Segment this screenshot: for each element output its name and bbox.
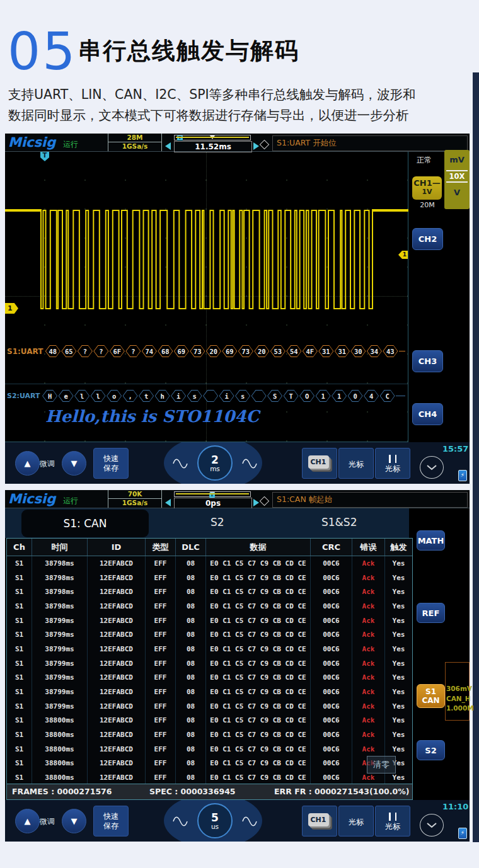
table-row[interactable]: S138800ms12EFABCDEFF08E0 C1 C5 C7 C9 CB … — [7, 742, 412, 757]
table-cell: Ack — [352, 742, 385, 757]
cursor-vertical-button[interactable]: 光标 — [375, 806, 410, 837]
error-frames-count: ERR FR : 0000271543(100.0%) — [274, 784, 409, 799]
clear-button[interactable]: 清零 — [367, 756, 396, 774]
page-title: 串行总线触发与解码 — [78, 35, 299, 67]
table-row[interactable]: S138799ms12EFABCDEFF08E0 C1 C5 C7 C9 CB … — [7, 656, 412, 671]
fine-adjust-up-button[interactable]: ▲ — [15, 451, 40, 476]
decode-tab-bar: S1: CAN S2 S1&S2 — [5, 508, 409, 538]
table-cell: E0 C1 C5 C7 C9 CB CD CE — [206, 571, 311, 585]
horizontal-position-bar[interactable]: T — [174, 491, 251, 497]
oscilloscope-screenshot-uart: Micsig 运行 28M 1GSa/s T 11.52ms S1:UART 开… — [5, 134, 470, 484]
fine-adjust-up-button[interactable]: ▲ — [15, 809, 40, 833]
channel3-button[interactable]: CH3 — [412, 350, 443, 372]
channel4-button[interactable]: CH4 — [412, 403, 443, 425]
table-cell: E0 C1 C5 C7 C9 CB CD CE — [206, 685, 311, 699]
table-cell: S1 — [7, 770, 32, 785]
table-cell: 08 — [176, 757, 206, 771]
decode-symbol: O — [299, 390, 315, 402]
s2-button[interactable]: S2 — [417, 740, 445, 760]
scope1-topbar: Micsig 运行 28M 1GSa/s T 11.52ms S1:UART 开… — [5, 134, 470, 152]
sine-left-icon[interactable] — [173, 459, 188, 469]
table-cell: Yes — [385, 642, 412, 656]
sample-info: 28M 1GSa/s — [108, 134, 162, 151]
channel2-button[interactable]: CH2 — [412, 228, 443, 250]
table-cell: E0 C1 C5 C7 C9 CB CD CE — [206, 614, 311, 628]
fine-adjust-down-button[interactable]: ▼ — [62, 451, 86, 476]
table-cell: Yes — [385, 585, 412, 599]
ch1-coupling: — — [432, 178, 441, 188]
vertical-scale-panel[interactable]: mV 10X V — [444, 150, 470, 209]
table-row[interactable]: S138800ms12EFABCDEFF08E0 C1 C5 C7 C9 CB … — [7, 770, 412, 785]
channel-select-button[interactable]: CH1 — [302, 448, 337, 479]
table-cell: 08 — [176, 714, 206, 728]
trigger-diamond-icon[interactable] — [260, 140, 270, 150]
memory-depth: 28M — [108, 134, 161, 142]
table-row[interactable]: S138799ms12EFABCDEFF08E0 C1 C5 C7 C9 CB … — [7, 671, 412, 685]
table-row[interactable]: S138799ms12EFABCDEFF08E0 C1 C5 C7 C9 CB … — [7, 699, 412, 714]
quick-save-button[interactable]: 快速保存 — [93, 448, 129, 479]
trigger-info[interactable]: S1:UART 开始位 — [272, 135, 468, 151]
table-cell: 38799ms — [32, 685, 88, 699]
table-cell: EFF — [146, 742, 176, 757]
table-row[interactable]: S138800ms12EFABCDEFF08E0 C1 C5 C7 C9 CB … — [7, 757, 412, 771]
uart-decode-bytes: 4865??6F?746869732069732053544F313130344… — [45, 345, 405, 357]
table-row[interactable]: S138798ms12EFABCDEFF08E0 C1 C5 C7 C9 CB … — [7, 556, 412, 571]
decode-symbol: 48 — [45, 345, 61, 357]
horizontal-position-bar[interactable]: T — [174, 135, 251, 140]
table-row[interactable]: S138799ms12EFABCDEFF08E0 C1 C5 C7 C9 CB … — [7, 627, 412, 642]
s1-can-button[interactable]: S1 CAN — [417, 684, 445, 708]
table-row[interactable]: S138799ms12EFABCDEFF08E0 C1 C5 C7 C9 CB … — [7, 614, 412, 628]
pan-left-icon[interactable] — [165, 142, 171, 150]
pan-left-icon[interactable] — [165, 499, 171, 506]
decode-symbol — [203, 390, 218, 402]
trigger-diamond-icon[interactable] — [260, 496, 270, 506]
cursor-vertical-button[interactable]: 光标 — [375, 448, 410, 479]
tab-s2[interactable]: S2 — [211, 516, 224, 528]
uart-decode-row-s2: S2:UART Hello,thisisSTO1104C — [7, 389, 405, 403]
timebase-button[interactable]: 5 us — [197, 803, 233, 838]
pan-right-icon[interactable] — [253, 499, 259, 506]
channel-select-button[interactable]: CH1 — [302, 806, 337, 837]
scope2-topbar: Micsig 运行 70K 1GSa/s T 0ps S1:CAN 帧起始 — [5, 490, 470, 508]
table-cell: E0 C1 C5 C7 C9 CB CD CE — [206, 757, 311, 771]
table-row[interactable]: S138800ms12EFABCDEFF08E0 C1 C5 C7 C9 CB … — [7, 714, 412, 728]
table-cell: 12EFABCD — [88, 671, 146, 685]
run-status: 运行 — [63, 496, 78, 506]
decode-symbol: T — [284, 390, 299, 402]
cursor-horizontal-button[interactable]: 光标 — [338, 806, 374, 837]
table-cell: Yes — [385, 742, 412, 757]
table-cell: 38800ms — [32, 714, 88, 728]
table-row[interactable]: S138798ms12EFABCDEFF08E0 C1 C5 C7 C9 CB … — [7, 585, 412, 599]
collapse-menu-button[interactable] — [420, 456, 444, 479]
sine-right-icon[interactable] — [242, 816, 257, 826]
table-row[interactable]: S138799ms12EFABCDEFF08E0 C1 C5 C7 C9 CB … — [7, 685, 412, 699]
brand-logo: Micsig — [8, 491, 55, 506]
sample-rate: 1GSa/s — [108, 499, 161, 507]
table-row[interactable]: S138799ms12EFABCDEFF08E0 C1 C5 C7 C9 CB … — [7, 642, 412, 656]
timebase-button[interactable]: 2 ms — [197, 445, 233, 481]
table-cell: Ack — [352, 599, 385, 614]
fine-adjust-down-button[interactable]: ▼ — [62, 809, 86, 833]
horizontal-position-value[interactable]: 0ps — [174, 498, 252, 509]
sine-left-icon[interactable] — [173, 816, 188, 826]
table-cell: 08 — [176, 770, 206, 785]
quick-save-button[interactable]: 快速保存 — [93, 806, 129, 837]
table-cell: EFF — [146, 571, 176, 585]
sine-right-icon[interactable] — [242, 459, 257, 469]
pan-right-icon[interactable] — [253, 142, 259, 150]
ref-button[interactable]: REF — [417, 603, 445, 623]
tab-s1-can[interactable]: S1: CAN — [21, 510, 149, 537]
table-cell: E0 C1 C5 C7 C9 CB CD CE — [206, 599, 311, 614]
collapse-menu-button[interactable] — [420, 814, 444, 837]
table-row[interactable]: S138798ms12EFABCDEFF08E0 C1 C5 C7 C9 CB … — [7, 571, 412, 585]
s1-label: S1 — [425, 687, 436, 696]
table-cell: 00C6 — [311, 585, 352, 599]
table-row[interactable]: S138800ms12EFABCDEFF08E0 C1 C5 C7 C9 CB … — [7, 728, 412, 742]
tab-s1-and-s2[interactable]: S1&S2 — [321, 516, 357, 528]
table-row[interactable]: S138798ms12EFABCDEFF08E0 C1 C5 C7 C9 CB … — [7, 599, 412, 614]
math-button[interactable]: MATH — [417, 530, 445, 551]
trigger-info[interactable]: S1:CAN 帧起始 — [272, 492, 468, 508]
cursor-horizontal-button[interactable]: 光标 — [338, 448, 374, 479]
channel1-button[interactable]: CH1— 1V — [412, 176, 442, 200]
horizontal-position-value[interactable]: 11.52ms — [174, 141, 252, 152]
